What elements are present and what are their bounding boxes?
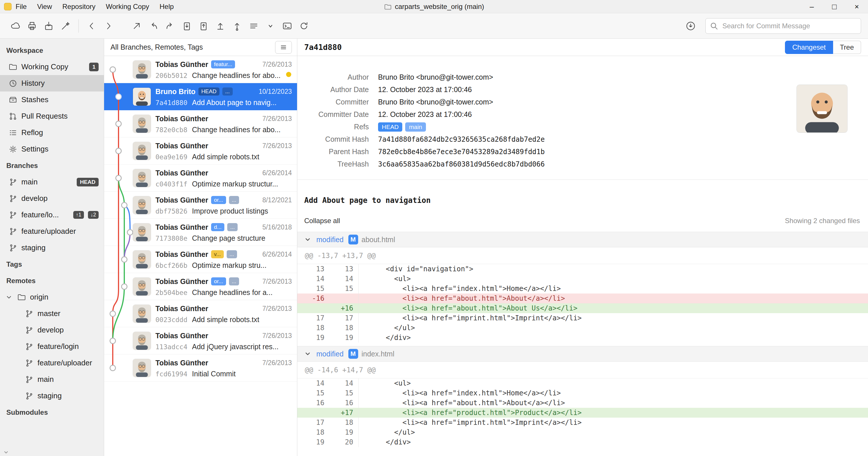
menu-working-copy[interactable]: Working Copy [106,3,149,11]
diff-line: 1920 </div> [297,437,868,447]
refresh-icon[interactable] [296,17,312,35]
sidebar-branch-feature-login[interactable]: feature/lo... ↑1 ↓2 [0,207,104,223]
author-date-value: 12. October 2023 at 17:00:46 [378,85,472,94]
commit-row[interactable]: Tobias Günther 113adcc4 Add jQuery javas… [104,327,297,354]
sidebar-item-label: feature/uploader [21,227,76,236]
commit-author: Tobias Günther [155,196,208,204]
sidebar-item-settings[interactable]: Settings [0,141,104,157]
commit-row[interactable]: Tobias Günther featur... 206b5012 Change… [104,56,297,83]
commit-message: Initial Commit [192,370,236,378]
menu-repository[interactable]: Repository [62,3,95,11]
menu-view[interactable]: View [37,3,52,11]
sidebar-item-history[interactable]: History [0,75,104,91]
commit-date: 10/12/2023 [259,88,292,95]
commit-author: Tobias Günther [155,115,208,123]
commit-message: Optimize markup stru... [192,261,267,269]
gutter-old: 17 [297,313,330,323]
code-text: </ul> [359,427,868,437]
chevron-down-icon[interactable] [5,293,13,302]
commit-box-icon[interactable] [40,17,57,35]
forward-icon[interactable] [100,17,117,35]
sidebar-remote-origin[interactable]: origin [0,289,104,305]
sidebar-item-reflog[interactable]: Reflog [0,124,104,141]
commit-row[interactable]: Tobias Günther or... ... 2b504bee Change… [104,273,297,300]
diff-file-header[interactable]: modified M about.html [297,232,868,247]
commit-row[interactable]: Tobias Günther 0ea9e169 Add simple robot… [104,137,297,165]
sidebar-remote-branch-main[interactable]: main [0,371,104,388]
commit-row[interactable]: Tobias Günther fcd61994 Initial Commit 7… [104,354,297,381]
tree-hash-label: TreeHash [297,160,369,168]
branch-filter-label[interactable]: All Branches, Remotes, Tags [111,43,203,51]
tree-tab[interactable]: Tree [833,41,861,54]
sidebar-remote-branch-staging[interactable]: staging [0,388,104,404]
push-icon[interactable] [162,17,179,35]
stash-save-icon[interactable] [179,17,195,35]
branch-icon [9,211,17,219]
file-name: about.html [362,235,395,244]
stash-apply-icon[interactable] [195,17,212,35]
sidebar-item-stashes[interactable]: Stashes [0,91,104,108]
compare-dropdown-chevron[interactable] [262,17,279,35]
commit-row[interactable]: Tobias Günther 0023cddd Add simple robot… [104,300,297,327]
commit-row[interactable]: Tobias Günther c0403f1f Optimize markup … [104,165,297,192]
commit-author: Tobias Günther [155,332,208,340]
close-button[interactable]: × [845,0,868,13]
commit-author: Tobias Günther [155,60,208,69]
sidebar-item-working-copy[interactable]: Working Copy 1 [0,59,104,75]
gutter-old: -16 [297,293,330,303]
branch-icon [25,359,33,367]
sidebar-branch-feature-uploader[interactable]: feature/uploader [0,223,104,239]
gutter-new: +16 [330,303,359,313]
chevron-down-icon[interactable] [304,236,311,243]
commit-row[interactable]: Tobias Günther v... ... 6bcf266b Optimiz… [104,246,297,273]
commit-hash: 2b504bee [155,289,187,296]
section-remotes: Remotes [0,273,104,289]
compare-icon[interactable] [245,17,262,35]
chevron-down-icon[interactable] [304,350,311,357]
merge-icon[interactable] [212,17,229,35]
sidebar-item-pull-requests[interactable]: Pull Requests [0,108,104,124]
checkout-icon[interactable] [128,17,145,35]
print-icon[interactable] [24,17,40,35]
menu-file[interactable]: File [16,3,27,11]
code-text: </div> [359,333,868,343]
diff-file-header[interactable]: modified M index.html [297,346,868,362]
sidebar-remote-branch-feature-uploader[interactable]: feature/uploader [0,355,104,371]
sidebar-branch-develop[interactable]: develop [0,190,104,207]
collapse-all-link[interactable]: Collapse all [304,217,340,225]
changeset-tab[interactable]: Changeset [785,41,833,54]
archive-icon [9,95,17,104]
commit-row[interactable]: Tobias Günther or... ... dbf75826 Improv… [104,192,297,219]
sidebar-scroll-chevron-icon[interactable] [3,449,9,455]
sidebar-branch-staging[interactable]: staging [0,239,104,256]
commit-message: Add simple robots.txt [192,153,259,161]
minimize-button[interactable]: – [801,0,823,13]
sidebar-remote-branch-feature-login[interactable]: feature/login [0,338,104,355]
search-input[interactable] [705,18,861,34]
sidebar-remote-branch-develop[interactable]: develop [0,322,104,338]
back-icon[interactable] [83,17,100,35]
pull-icon[interactable] [145,17,162,35]
commit-hash: 0ea9e169 [155,153,187,161]
commit-row[interactable]: Tobias Günther 782e0cb8 Change headlines… [104,110,297,137]
download-updates-icon[interactable] [682,17,699,35]
menu-help[interactable]: Help [159,3,174,11]
cloud-icon[interactable] [7,17,24,35]
maximize-button[interactable]: □ [823,0,845,13]
quick-actions-icon[interactable] [57,17,74,35]
commit-date: 5/16/2018 [262,223,292,231]
list-options-button[interactable] [275,41,292,54]
commit-row-selected[interactable]: Bruno Brito HEAD ... 7a41d880 Add About … [104,83,297,110]
gutter-old [297,303,330,313]
sidebar-branch-main[interactable]: main HEAD [0,174,104,190]
sidebar-remote-branch-master[interactable]: master [0,305,104,322]
commit-row[interactable]: Tobias Günther d... ... 7173808e Change … [104,219,297,246]
gear-icon [9,145,17,153]
branch-icon [25,392,33,400]
view-toggle: Changeset Tree [785,41,861,54]
rebase-icon[interactable] [229,17,245,35]
terminal-icon[interactable] [279,17,296,35]
working-copy-count-badge: 1 [89,63,99,71]
gutter-new: 18 [330,323,359,333]
gutter-new [330,293,359,303]
